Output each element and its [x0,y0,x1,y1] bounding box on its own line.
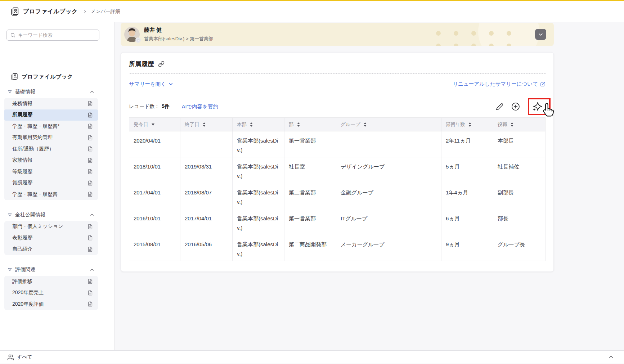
section-header[interactable]: 全社公開情報 [4,210,98,220]
sidebar-item[interactable]: 自己紹介 [4,244,98,255]
sort-both-icon[interactable] [468,122,471,127]
sidebar-item[interactable]: 表彰履歴 [4,232,98,244]
column-header[interactable]: 役職 [493,118,546,131]
sidebar-item[interactable]: 部門・個人ミッション [4,221,98,233]
column-header[interactable]: 本部 [233,118,284,131]
document-icon [87,135,93,140]
filter-all-label[interactable]: すべて [17,354,608,360]
table-cell [336,131,441,157]
table-row: 2015/08/01 2016/05/06 営業本部(salesDiv.) 第二… [129,235,546,261]
table-cell: メーカーグループ [336,235,441,261]
search-box[interactable] [6,30,99,41]
sidebar-item[interactable]: 有期雇用契約管理 [4,132,98,144]
document-icon [87,112,93,118]
sort-both-icon[interactable] [203,122,206,127]
record-count-value: 5件 [162,103,170,110]
app-title: プロファイルブック [23,8,78,15]
sidebar-item[interactable]: 学歴・職歴・履歴書 [4,189,98,200]
table-row: 2018/10/01 2019/03/31 営業本部(salesDiv.) 社長… [129,157,546,183]
chevron-down-icon [168,81,174,87]
table-cell: 2019/03/31 [180,157,233,183]
renewal-summary-link[interactable]: リニューアルしたサマリーについて [453,81,546,87]
table-cell: 2年11ヵ月 [441,131,493,157]
banner-collapse-button[interactable] [535,29,546,40]
profile-book-icon [10,7,19,16]
table-cell: 2015/08/01 [129,235,180,261]
table-cell: 副部長 [493,183,546,209]
table-cell: 2017/04/01 [180,209,233,235]
sidebar-item[interactable]: 住所/通勤（履歴） [4,143,98,155]
column-header[interactable]: 終了日 [180,118,233,131]
table-cell: 2018/10/01 [129,157,180,183]
top-accent-line [0,0,624,1]
app-window: プロファイルブック メンバー詳細 プロファイルブック [0,0,624,364]
table-cell: 2017/04/01 [129,183,180,209]
collapse-chevron-icon[interactable] [90,212,94,217]
collapse-chevron-icon[interactable] [90,90,94,94]
document-icon [87,290,93,296]
table-cell: 2018/08/07 [180,183,233,209]
table-cell [180,131,233,157]
sidebar-item[interactable]: 兼務情報 [4,98,98,109]
column-header[interactable]: 部 [284,118,336,131]
collapse-chevron-icon[interactable] [90,268,94,272]
section-header[interactable]: 基礎情報 [4,86,98,97]
history-table: 発令日 終了日 本部 部 グループ 滞留年数 役職 2020/04/01 営業本… [129,117,546,261]
document-icon [87,224,93,229]
table-cell: 営業本部(salesDiv.) [233,235,284,261]
section-header[interactable]: 評価関連 [4,264,98,275]
column-header[interactable]: 滞留年数 [441,118,493,131]
sort-both-icon[interactable] [511,122,513,127]
sort-both-icon[interactable] [250,122,253,127]
card-title: 所属履歴 [129,60,154,68]
sort-both-icon[interactable] [364,122,367,127]
sidebar-item[interactable]: 学歴・職歴・履歴書* [4,121,98,132]
table-cell: デザイングループ [336,157,441,183]
table-cell: 5ヵ月 [441,157,493,183]
sidebar-item[interactable]: 2020年度評価 [4,298,98,310]
edit-button[interactable] [496,103,503,111]
sidebar-item[interactable]: 2020年度売上 [4,287,98,299]
sidebar-item[interactable]: 賞罰履歴 [4,177,98,189]
section-label: 基礎情報 [15,89,90,95]
table-cell: グループ長 [493,235,546,261]
document-icon [87,235,93,241]
sidebar-item[interactable]: 等級履歴 [4,166,98,177]
table-cell: 9ヵ月 [441,235,493,261]
table-cell: 金融グループ [336,183,441,209]
table-cell: 第一営業部 [284,209,336,235]
table-cell: 2020/04/01 [129,131,180,157]
sort-desc-icon[interactable] [152,123,154,126]
sidebar-item[interactable]: 家族情報 [4,155,98,166]
record-count: レコード数： 5件 AIで内容を要約 [129,103,218,110]
table-cell: 2016/05/06 [180,235,233,261]
section-marker-icon [8,90,12,94]
document-icon [87,146,93,152]
table-cell: 営業本部(salesDiv.) [233,157,284,183]
avatar[interactable] [124,27,140,42]
add-record-button[interactable] [511,102,520,111]
sidebar-item[interactable]: 評価推移 [4,276,98,287]
section-evaluation: 評価関連 評価推移 2020年度売上 2020年度評価 [0,264,115,310]
column-header[interactable]: 発令日 [129,118,180,131]
pencil-icon [496,103,503,111]
table-cell: 社長室 [284,157,336,183]
column-header[interactable]: グループ [336,118,441,131]
section-marker-icon [8,268,12,271]
collapse-up-icon[interactable] [608,354,614,360]
search-input[interactable] [18,32,96,38]
hand-cursor-icon [540,103,555,119]
table-row: 2017/04/01 2018/08/07 営業本部(salesDiv.) 第二… [129,183,546,209]
table-row: 2016/10/01 2017/04/01 営業本部(salesDiv.) 第一… [129,209,546,235]
profile-org-path: 営業本部(salesDiv.) > 第一営業部 [144,36,213,42]
section-label: 評価関連 [15,266,90,273]
link-icon[interactable] [158,61,165,67]
item-group: 評価推移 2020年度売上 2020年度評価 [4,276,98,310]
sort-both-icon[interactable] [297,122,300,127]
sidebar-nav: 基礎情報 兼務情報 所属履歴 学歴・職歴・履歴書* 有期雇用契約管理 住所/通勤… [0,86,115,319]
table-cell: 1年4ヵ月 [441,183,493,209]
ai-summary-link[interactable]: AIで内容を要約 [182,103,218,110]
topbar: プロファイルブック メンバー詳細 [0,0,624,22]
summary-toggle[interactable]: サマリーを開く [129,81,174,87]
sidebar-item-selected[interactable]: 所属履歴 [4,109,98,121]
